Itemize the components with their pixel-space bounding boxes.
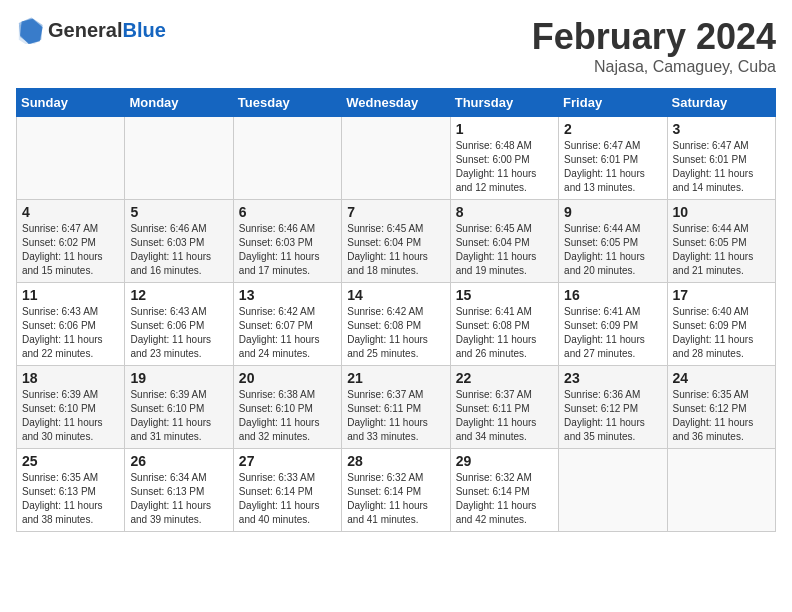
day-number: 14: [347, 287, 444, 303]
day-number: 16: [564, 287, 661, 303]
day-detail: Sunrise: 6:35 AMSunset: 6:13 PMDaylight:…: [22, 471, 119, 527]
calendar-cell: [342, 117, 450, 200]
calendar-cell: 3Sunrise: 6:47 AMSunset: 6:01 PMDaylight…: [667, 117, 775, 200]
calendar-cell: 11Sunrise: 6:43 AMSunset: 6:06 PMDayligh…: [17, 283, 125, 366]
day-number: 19: [130, 370, 227, 386]
calendar-cell: 28Sunrise: 6:32 AMSunset: 6:14 PMDayligh…: [342, 449, 450, 532]
calendar-cell: 16Sunrise: 6:41 AMSunset: 6:09 PMDayligh…: [559, 283, 667, 366]
day-number: 24: [673, 370, 770, 386]
day-detail: Sunrise: 6:36 AMSunset: 6:12 PMDaylight:…: [564, 388, 661, 444]
calendar-cell: 17Sunrise: 6:40 AMSunset: 6:09 PMDayligh…: [667, 283, 775, 366]
calendar-cell: [559, 449, 667, 532]
day-number: 27: [239, 453, 336, 469]
day-detail: Sunrise: 6:43 AMSunset: 6:06 PMDaylight:…: [130, 305, 227, 361]
calendar-body: 1Sunrise: 6:48 AMSunset: 6:00 PMDaylight…: [17, 117, 776, 532]
calendar-cell: 13Sunrise: 6:42 AMSunset: 6:07 PMDayligh…: [233, 283, 341, 366]
weekday-header-saturday: Saturday: [667, 89, 775, 117]
day-number: 29: [456, 453, 553, 469]
logo-blue: Blue: [122, 19, 165, 41]
calendar-week-3: 11Sunrise: 6:43 AMSunset: 6:06 PMDayligh…: [17, 283, 776, 366]
calendar-cell: 21Sunrise: 6:37 AMSunset: 6:11 PMDayligh…: [342, 366, 450, 449]
day-number: 4: [22, 204, 119, 220]
day-detail: Sunrise: 6:47 AMSunset: 6:01 PMDaylight:…: [673, 139, 770, 195]
day-number: 18: [22, 370, 119, 386]
weekday-header-wednesday: Wednesday: [342, 89, 450, 117]
day-detail: Sunrise: 6:41 AMSunset: 6:09 PMDaylight:…: [564, 305, 661, 361]
day-detail: Sunrise: 6:46 AMSunset: 6:03 PMDaylight:…: [239, 222, 336, 278]
weekday-header-friday: Friday: [559, 89, 667, 117]
calendar-week-2: 4Sunrise: 6:47 AMSunset: 6:02 PMDaylight…: [17, 200, 776, 283]
logo-general: General: [48, 19, 122, 41]
day-number: 1: [456, 121, 553, 137]
day-detail: Sunrise: 6:34 AMSunset: 6:13 PMDaylight:…: [130, 471, 227, 527]
day-number: 20: [239, 370, 336, 386]
logo-text: GeneralBlue: [48, 19, 166, 42]
calendar-week-1: 1Sunrise: 6:48 AMSunset: 6:00 PMDaylight…: [17, 117, 776, 200]
day-detail: Sunrise: 6:39 AMSunset: 6:10 PMDaylight:…: [130, 388, 227, 444]
day-detail: Sunrise: 6:39 AMSunset: 6:10 PMDaylight:…: [22, 388, 119, 444]
calendar-cell: 2Sunrise: 6:47 AMSunset: 6:01 PMDaylight…: [559, 117, 667, 200]
calendar-cell: 18Sunrise: 6:39 AMSunset: 6:10 PMDayligh…: [17, 366, 125, 449]
calendar-cell: 4Sunrise: 6:47 AMSunset: 6:02 PMDaylight…: [17, 200, 125, 283]
weekday-row: SundayMondayTuesdayWednesdayThursdayFrid…: [17, 89, 776, 117]
calendar-cell: 25Sunrise: 6:35 AMSunset: 6:13 PMDayligh…: [17, 449, 125, 532]
day-number: 10: [673, 204, 770, 220]
day-detail: Sunrise: 6:42 AMSunset: 6:08 PMDaylight:…: [347, 305, 444, 361]
calendar-cell: 15Sunrise: 6:41 AMSunset: 6:08 PMDayligh…: [450, 283, 558, 366]
day-number: 25: [22, 453, 119, 469]
day-detail: Sunrise: 6:48 AMSunset: 6:00 PMDaylight:…: [456, 139, 553, 195]
day-number: 11: [22, 287, 119, 303]
calendar-cell: 23Sunrise: 6:36 AMSunset: 6:12 PMDayligh…: [559, 366, 667, 449]
weekday-header-monday: Monday: [125, 89, 233, 117]
calendar-cell: [233, 117, 341, 200]
day-detail: Sunrise: 6:41 AMSunset: 6:08 PMDaylight:…: [456, 305, 553, 361]
weekday-header-thursday: Thursday: [450, 89, 558, 117]
day-number: 15: [456, 287, 553, 303]
day-number: 21: [347, 370, 444, 386]
calendar-cell: [125, 117, 233, 200]
day-number: 5: [130, 204, 227, 220]
day-detail: Sunrise: 6:42 AMSunset: 6:07 PMDaylight:…: [239, 305, 336, 361]
calendar-cell: 22Sunrise: 6:37 AMSunset: 6:11 PMDayligh…: [450, 366, 558, 449]
day-detail: Sunrise: 6:32 AMSunset: 6:14 PMDaylight:…: [456, 471, 553, 527]
day-number: 12: [130, 287, 227, 303]
day-detail: Sunrise: 6:46 AMSunset: 6:03 PMDaylight:…: [130, 222, 227, 278]
day-number: 3: [673, 121, 770, 137]
calendar-week-4: 18Sunrise: 6:39 AMSunset: 6:10 PMDayligh…: [17, 366, 776, 449]
day-number: 22: [456, 370, 553, 386]
day-detail: Sunrise: 6:37 AMSunset: 6:11 PMDaylight:…: [347, 388, 444, 444]
calendar-cell: 6Sunrise: 6:46 AMSunset: 6:03 PMDaylight…: [233, 200, 341, 283]
day-detail: Sunrise: 6:33 AMSunset: 6:14 PMDaylight:…: [239, 471, 336, 527]
calendar-week-5: 25Sunrise: 6:35 AMSunset: 6:13 PMDayligh…: [17, 449, 776, 532]
calendar-cell: 1Sunrise: 6:48 AMSunset: 6:00 PMDaylight…: [450, 117, 558, 200]
title-area: February 2024 Najasa, Camaguey, Cuba: [532, 16, 776, 76]
day-detail: Sunrise: 6:44 AMSunset: 6:05 PMDaylight:…: [673, 222, 770, 278]
calendar-cell: 9Sunrise: 6:44 AMSunset: 6:05 PMDaylight…: [559, 200, 667, 283]
calendar-cell: 19Sunrise: 6:39 AMSunset: 6:10 PMDayligh…: [125, 366, 233, 449]
location-title: Najasa, Camaguey, Cuba: [532, 58, 776, 76]
day-number: 28: [347, 453, 444, 469]
day-number: 9: [564, 204, 661, 220]
logo: GeneralBlue: [16, 16, 166, 44]
calendar-cell: 7Sunrise: 6:45 AMSunset: 6:04 PMDaylight…: [342, 200, 450, 283]
calendar-cell: 8Sunrise: 6:45 AMSunset: 6:04 PMDaylight…: [450, 200, 558, 283]
calendar-cell: 27Sunrise: 6:33 AMSunset: 6:14 PMDayligh…: [233, 449, 341, 532]
calendar-table: SundayMondayTuesdayWednesdayThursdayFrid…: [16, 88, 776, 532]
day-detail: Sunrise: 6:45 AMSunset: 6:04 PMDaylight:…: [456, 222, 553, 278]
day-detail: Sunrise: 6:47 AMSunset: 6:01 PMDaylight:…: [564, 139, 661, 195]
month-title: February 2024: [532, 16, 776, 58]
page-header: GeneralBlue February 2024 Najasa, Camagu…: [16, 16, 776, 76]
day-number: 17: [673, 287, 770, 303]
day-number: 6: [239, 204, 336, 220]
day-number: 8: [456, 204, 553, 220]
calendar-cell: 29Sunrise: 6:32 AMSunset: 6:14 PMDayligh…: [450, 449, 558, 532]
day-detail: Sunrise: 6:32 AMSunset: 6:14 PMDaylight:…: [347, 471, 444, 527]
weekday-header-sunday: Sunday: [17, 89, 125, 117]
day-detail: Sunrise: 6:43 AMSunset: 6:06 PMDaylight:…: [22, 305, 119, 361]
calendar-cell: [667, 449, 775, 532]
day-detail: Sunrise: 6:44 AMSunset: 6:05 PMDaylight:…: [564, 222, 661, 278]
calendar-cell: 24Sunrise: 6:35 AMSunset: 6:12 PMDayligh…: [667, 366, 775, 449]
day-number: 26: [130, 453, 227, 469]
day-detail: Sunrise: 6:37 AMSunset: 6:11 PMDaylight:…: [456, 388, 553, 444]
calendar-cell: 12Sunrise: 6:43 AMSunset: 6:06 PMDayligh…: [125, 283, 233, 366]
